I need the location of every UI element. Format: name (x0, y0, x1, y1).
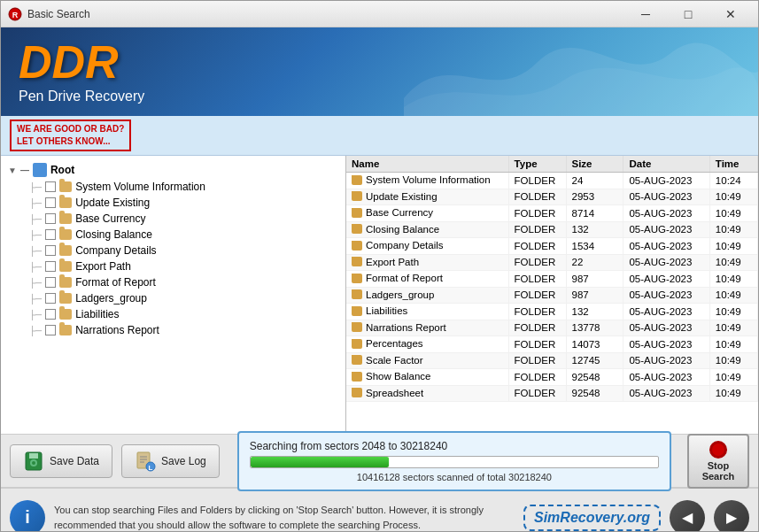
file-table: Name Type Size Date Time System Volume I… (346, 156, 758, 402)
cell-date: 05-AUG-2023 (623, 385, 709, 402)
tree-item[interactable]: ├─ Export Path (4, 258, 342, 274)
cell-time: 10:24 (709, 173, 757, 189)
tree-item-label: Update Existing (75, 197, 150, 209)
tree-item[interactable]: ├─ Liabilities (4, 306, 342, 322)
cell-time: 10:49 (709, 271, 757, 288)
cell-type: FOLDER (508, 173, 566, 189)
tree-panel[interactable]: ▼ — Root ├─ System Volume Information ├─… (1, 156, 346, 434)
tree-root-node[interactable]: ▼ — Root (4, 161, 342, 179)
notice-bar: WE ARE GOOD OR BAD? LET OTHERS KNOW... (1, 116, 758, 156)
save-log-button[interactable]: L Save Log (121, 444, 220, 478)
tree-connector: ├─ (29, 310, 42, 320)
file-list-scroll[interactable]: Name Type Size Date Time System Volume I… (346, 156, 758, 434)
tree-checkbox[interactable] (45, 229, 56, 240)
tree-item[interactable]: ├─ Base Currency (4, 211, 342, 227)
tree-item[interactable]: ├─ Narrations Report (4, 322, 342, 338)
simrecovery-brand: SimRecovery.org (523, 505, 661, 531)
table-row[interactable]: Closing Balance FOLDER 132 05-AUG-2023 1… (346, 221, 758, 238)
cell-name: Show Balance (346, 369, 508, 386)
tree-root-label: Root (50, 164, 74, 176)
header-text-block: DDR Pen Drive Recovery (19, 39, 144, 104)
close-button[interactable]: ✕ (710, 3, 751, 26)
save-data-button[interactable]: Save Data (10, 444, 112, 478)
cell-type: FOLDER (508, 369, 566, 386)
tree-checkbox[interactable] (45, 197, 56, 208)
folder-icon (59, 229, 72, 240)
cell-type: FOLDER (508, 287, 566, 304)
table-row[interactable]: Narrations Report FOLDER 13778 05-AUG-20… (346, 320, 758, 336)
tree-checkbox[interactable] (45, 277, 56, 288)
cell-name: Percentages (346, 336, 508, 353)
table-row[interactable]: System Volume Information FOLDER 24 05-A… (346, 173, 758, 189)
notice-line2: LET OTHERS KNOW... (17, 135, 124, 148)
cell-size: 1534 (566, 238, 623, 255)
cell-name: Company Details (346, 238, 508, 255)
progress-bar-fill (251, 457, 389, 467)
cell-size: 13778 (566, 320, 623, 336)
cell-time: 10:49 (709, 287, 757, 304)
table-row[interactable]: Format of Report FOLDER 987 05-AUG-2023 … (346, 271, 758, 288)
cell-time: 10:49 (709, 320, 757, 336)
tree-item-label: System Volume Information (75, 181, 205, 193)
cell-date: 05-AUG-2023 (623, 205, 709, 222)
cell-name: Base Currency (346, 205, 508, 222)
cell-type: FOLDER (508, 352, 566, 369)
folder-icon (59, 277, 72, 288)
cell-size: 987 (566, 271, 623, 288)
table-row[interactable]: Show Balance FOLDER 92548 05-AUG-2023 10… (346, 369, 758, 386)
search-scanned-text: 10416128 sectors scanned of total 302182… (250, 472, 659, 482)
table-row[interactable]: Liabilities FOLDER 132 05-AUG-2023 10:49 (346, 304, 758, 320)
svg-rect-4 (29, 453, 38, 459)
tree-item[interactable]: ├─ System Volume Information (4, 179, 342, 195)
cell-time: 10:49 (709, 336, 757, 353)
cell-name: Update Existing (346, 189, 508, 205)
cell-time: 10:49 (709, 352, 757, 369)
table-row[interactable]: Base Currency FOLDER 8714 05-AUG-2023 10… (346, 205, 758, 222)
stop-search-button[interactable]: StopSearch (687, 434, 749, 489)
tree-item[interactable]: ├─ Ladgers_group (4, 290, 342, 306)
svg-text:L: L (149, 464, 153, 472)
tree-checkbox[interactable] (45, 325, 56, 335)
maximize-button[interactable]: □ (668, 3, 709, 26)
progress-bar-track (250, 456, 659, 468)
tree-item[interactable]: ├─ Update Existing (4, 195, 342, 211)
table-row[interactable]: Company Details FOLDER 1534 05-AUG-2023 … (346, 238, 758, 255)
tree-item-label: Company Details (75, 244, 156, 257)
col-header-time: Time (709, 156, 757, 173)
cell-date: 05-AUG-2023 (623, 369, 709, 386)
col-header-name: Name (346, 156, 508, 173)
notice-badge[interactable]: WE ARE GOOD OR BAD? LET OTHERS KNOW... (10, 120, 131, 151)
table-row[interactable]: Percentages FOLDER 14073 05-AUG-2023 10:… (346, 336, 758, 353)
nav-back-button[interactable]: ◀ (670, 500, 705, 533)
tree-checkbox[interactable] (45, 293, 56, 304)
tree-checkbox[interactable] (45, 309, 56, 320)
action-bar: Save Data L Save Log Searching from sect… (1, 435, 758, 488)
table-row[interactable]: Update Existing FOLDER 2953 05-AUG-2023 … (346, 189, 758, 205)
folder-icon (59, 309, 72, 320)
cell-date: 05-AUG-2023 (623, 238, 709, 255)
stop-icon (709, 441, 727, 459)
tree-item[interactable]: ├─ Company Details (4, 243, 342, 258)
folder-icon (59, 325, 72, 335)
tree-connector: ├─ (29, 214, 42, 224)
tree-checkbox[interactable] (45, 245, 56, 256)
nav-forward-button[interactable]: ▶ (714, 500, 749, 533)
tree-connector: ├─ (29, 326, 42, 335)
tree-checkbox[interactable] (45, 213, 56, 224)
tree-item[interactable]: ├─ Format of Report (4, 274, 342, 290)
table-row[interactable]: Scale Factor FOLDER 12745 05-AUG-2023 10… (346, 352, 758, 369)
cell-date: 05-AUG-2023 (623, 287, 709, 304)
table-row[interactable]: Export Path FOLDER 22 05-AUG-2023 10:49 (346, 254, 758, 271)
table-row[interactable]: Ladgers_group FOLDER 987 05-AUG-2023 10:… (346, 287, 758, 304)
table-row[interactable]: Spreadsheet FOLDER 92548 05-AUG-2023 10:… (346, 385, 758, 402)
cell-type: FOLDER (508, 304, 566, 320)
file-table-header-row: Name Type Size Date Time (346, 156, 758, 173)
cell-date: 05-AUG-2023 (623, 189, 709, 205)
minimize-button[interactable]: ─ (625, 3, 666, 26)
tree-item[interactable]: ├─ Closing Balance (4, 227, 342, 243)
tree-checkbox[interactable] (45, 261, 56, 272)
cell-type: FOLDER (508, 254, 566, 271)
cell-date: 05-AUG-2023 (623, 221, 709, 238)
tree-expand-icon[interactable]: ▼ (8, 166, 17, 175)
tree-checkbox[interactable] (45, 181, 56, 192)
